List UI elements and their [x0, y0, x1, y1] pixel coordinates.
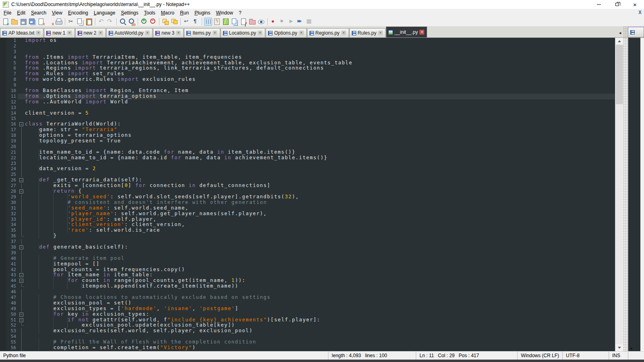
- macro-save-icon[interactable]: [305, 18, 313, 26]
- tab-close-icon[interactable]: ×: [258, 31, 262, 35]
- tab-close-icon[interactable]: ×: [341, 31, 346, 35]
- code-line[interactable]: 50 for key in exclusion_types:: [0, 312, 615, 317]
- code-line[interactable]: 28 return {: [0, 189, 615, 194]
- code-line[interactable]: 47 # Choose locations to automatically e…: [0, 295, 615, 300]
- file-monitoring-icon[interactable]: [257, 18, 265, 26]
- code-line[interactable]: 31 'seed_name': self.world.seed_name,: [0, 206, 615, 211]
- code-line[interactable]: 21 item_name_to_id = {name: data.code fo…: [0, 150, 615, 155]
- fold-toggle-icon[interactable]: [18, 177, 25, 183]
- tab-new-2[interactable]: new 2×: [75, 28, 106, 37]
- code-line[interactable]: 24 data_version = 2: [0, 166, 615, 172]
- tab-ap-ideas-txt[interactable]: AP Ideas.txt×: [0, 28, 43, 37]
- tab-close-icon[interactable]: ×: [145, 31, 150, 35]
- menu-edit[interactable]: Edit: [14, 9, 28, 16]
- fold-toggle-icon[interactable]: [18, 189, 25, 194]
- scroll-up-icon[interactable]: [615, 38, 623, 45]
- menu-macro[interactable]: Macro: [158, 9, 177, 16]
- code-line[interactable]: 52 exclusion_pool.update(exclusion_table…: [0, 323, 615, 328]
- minimize-button[interactable]: [590, 0, 608, 9]
- macro-stop-icon[interactable]: [279, 18, 287, 26]
- code-line[interactable]: 17 game: str = "Terraria": [0, 127, 615, 133]
- folder-as-workspace-icon[interactable]: [248, 18, 256, 26]
- code-line[interactable]: 49 exclusion_types = ['hardmode', 'insan…: [0, 306, 615, 312]
- tab-autoworld-py[interactable]: AutoWorld.py×: [106, 28, 153, 37]
- tab-regions-py[interactable]: Regions.py×: [307, 28, 349, 37]
- status-encoding[interactable]: UTF-8: [562, 352, 609, 360]
- save-all-icon[interactable]: [28, 18, 36, 26]
- function-list-icon[interactable]: [239, 18, 248, 26]
- code-line[interactable]: 19 topology_present = True: [0, 138, 615, 144]
- code-line[interactable]: 41 itempool = []: [0, 261, 615, 267]
- code-line[interactable]: 9: [0, 82, 615, 88]
- save-icon[interactable]: [19, 18, 27, 26]
- code-line[interactable]: 39: [0, 250, 615, 256]
- code-line[interactable]: 36 }: [0, 233, 615, 239]
- code-line[interactable]: 1import os: [0, 38, 615, 43]
- undo-icon[interactable]: [97, 18, 105, 26]
- macro-play-icon[interactable]: [287, 18, 295, 26]
- sync-horizontal-scroll-icon[interactable]: [170, 18, 178, 26]
- code-line[interactable]: 25: [0, 172, 615, 177]
- code-line[interactable]: 54: [0, 334, 615, 339]
- code-line[interactable]: 16class TerrariaWorld(World):: [0, 121, 615, 127]
- tab-close-icon[interactable]: ×: [176, 31, 181, 35]
- tab-new-1[interactable]: new 1×: [44, 28, 74, 37]
- vertical-scrollbar[interactable]: [615, 38, 623, 351]
- code-line[interactable]: 38 def generate_basic(self):: [0, 245, 615, 250]
- document-list-icon[interactable]: [231, 18, 239, 26]
- code-line[interactable]: 6from .Regions import terraria_regions, …: [0, 66, 615, 71]
- print-icon[interactable]: [55, 18, 63, 26]
- macro-run-multiple-icon[interactable]: [296, 18, 304, 26]
- code-line[interactable]: 14client_version = 5: [0, 111, 615, 116]
- code-line[interactable]: 10from BaseClasses import Region, Entran…: [0, 88, 615, 94]
- code-line[interactable]: 43 for item_name in item_table:: [0, 272, 615, 278]
- cut-icon[interactable]: [67, 18, 75, 26]
- code-line[interactable]: 56 completion = self.create_item("Victor…: [0, 345, 615, 351]
- zoom-in-icon[interactable]: [140, 18, 148, 26]
- close-button[interactable]: ×: [626, 0, 644, 9]
- restore-button[interactable]: [608, 0, 626, 9]
- code-line[interactable]: 48 exclusion_pool = set(): [0, 300, 615, 306]
- code-editor[interactable]: 1import os234from .Items import Terraria…: [0, 38, 615, 351]
- scrollbar-thumb[interactable]: [616, 45, 623, 104]
- menu-language[interactable]: Language: [91, 9, 118, 16]
- fold-toggle-icon[interactable]: [18, 245, 25, 250]
- code-line[interactable]: 51 if not getattr(self.world, f"include_…: [0, 317, 615, 323]
- tab-close-icon[interactable]: ×: [299, 31, 304, 35]
- menu-help[interactable]: ?: [236, 9, 244, 16]
- tab-close-icon[interactable]: ×: [213, 31, 217, 35]
- code-line[interactable]: 35 'race': self.world.is_race: [0, 228, 615, 233]
- code-line[interactable]: 18 options = terraria_options: [0, 133, 615, 138]
- code-line[interactable]: 40 # Generate item pool: [0, 256, 615, 261]
- menu-view[interactable]: View: [49, 9, 65, 16]
- redo-icon[interactable]: [106, 18, 114, 26]
- code-line[interactable]: 23: [0, 161, 615, 167]
- code-line[interactable]: 3: [0, 49, 615, 55]
- udl-dialog-icon[interactable]: [213, 18, 221, 26]
- paste-icon[interactable]: [85, 18, 93, 26]
- second-view-tab-fragment[interactable]: [628, 27, 644, 37]
- document-map-icon[interactable]: [222, 18, 230, 26]
- tab-close-icon[interactable]: ×: [419, 30, 424, 35]
- menu-run[interactable]: Run: [177, 9, 192, 16]
- fold-toggle-icon[interactable]: [18, 272, 25, 278]
- menu-plugins[interactable]: Plugins: [192, 9, 213, 16]
- code-line[interactable]: 7from .Rules import set_rules: [0, 71, 615, 77]
- show-indent-guide-icon[interactable]: [204, 18, 212, 26]
- code-line[interactable]: 8from worlds.generic.Rules import exclus…: [0, 77, 615, 82]
- code-line[interactable]: 34 'client_version': client_version,: [0, 222, 615, 228]
- status-insert-mode[interactable]: INS: [609, 352, 628, 360]
- zoom-out-icon[interactable]: [149, 18, 157, 26]
- code-line[interactable]: 55 # Prefill the Wall of Flesh with the …: [0, 339, 615, 345]
- status-eol-format[interactable]: Windows (CR LF): [517, 352, 562, 360]
- code-line[interactable]: 13: [0, 105, 615, 111]
- fold-toggle-icon[interactable]: [18, 121, 25, 127]
- replace-icon[interactable]: [128, 18, 136, 26]
- code-line[interactable]: 4from .Items import TerrariaItem, item_t…: [0, 55, 615, 60]
- tab-close-icon[interactable]: ×: [378, 31, 383, 35]
- code-line[interactable]: 33 'player_id': self.player,: [0, 217, 615, 222]
- code-line[interactable]: 11from .Options import terraria_options: [0, 94, 615, 99]
- close-file-icon[interactable]: [37, 18, 45, 26]
- code-line[interactable]: 37: [0, 239, 615, 245]
- code-line[interactable]: 42 pool_counts = item_frequencies.copy(): [0, 267, 615, 273]
